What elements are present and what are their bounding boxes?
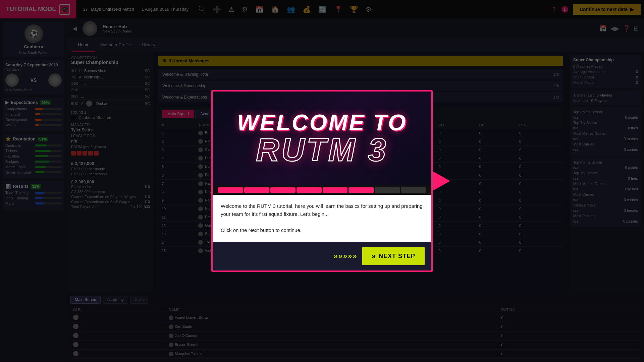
modal-main-text: Welcome to the RUTM 3 tutorial, here you… <box>221 203 423 217</box>
next-step-label: NEXT STEP <box>379 253 415 260</box>
progress-pip-7 <box>375 187 400 193</box>
progress-bar-track <box>218 187 426 193</box>
modal-dialog: WELCOME TO RUTM 3 Welcome to the RUTM 3 … <box>211 90 433 272</box>
modal-header: WELCOME TO RUTM 3 <box>213 92 431 185</box>
welcome-line1: WELCOME TO <box>237 111 407 134</box>
chevron-1: » <box>333 252 337 260</box>
chevron-3: » <box>343 252 347 260</box>
modal-footer: » » » » » NEXT STEP <box>213 242 431 270</box>
modal-overlay: WELCOME TO RUTM 3 Welcome to the RUTM 3 … <box>0 0 644 362</box>
progress-pip-4 <box>297 187 322 193</box>
modal-container: WELCOME TO RUTM 3 Welcome to the RUTM 3 … <box>211 90 433 272</box>
welcome-line2: RUTM 3 <box>256 134 388 166</box>
progress-pip-2 <box>244 187 269 193</box>
modal-body: Welcome to the RUTM 3 tutorial, here you… <box>213 195 431 242</box>
progress-pip-5 <box>323 187 348 193</box>
arrow-decoration: » » » » » <box>333 252 357 260</box>
chevron-4: » <box>348 252 352 260</box>
chevron-2: » <box>338 252 342 260</box>
chevron-5: » <box>353 252 357 260</box>
progress-pip-1 <box>218 187 243 193</box>
modal-click-text: Click on the Next button to continue. <box>221 227 302 233</box>
next-step-button[interactable]: NEXT STEP <box>362 247 425 265</box>
progress-pip-3 <box>270 187 296 193</box>
modal-arrow <box>433 172 450 190</box>
modal-body-text: Welcome to the RUTM 3 tutorial, here you… <box>221 202 423 234</box>
progress-pip-6 <box>348 187 374 193</box>
progress-bar-container <box>213 185 431 195</box>
progress-pip-8 <box>401 187 426 193</box>
